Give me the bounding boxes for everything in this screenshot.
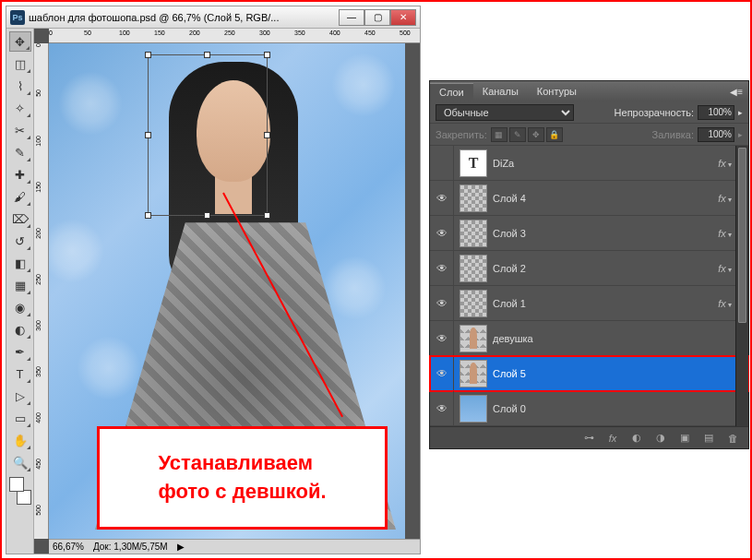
- tab-channels[interactable]: Каналы: [473, 83, 528, 100]
- tab-paths[interactable]: Контуры: [528, 83, 586, 100]
- layer-thumbnail[interactable]: [460, 255, 487, 282]
- layer-thumbnail[interactable]: [460, 290, 487, 317]
- layer-name[interactable]: Слой 2: [493, 263, 526, 274]
- layer-fx-indicator[interactable]: fx: [718, 263, 732, 274]
- layer-name[interactable]: Слой 4: [493, 193, 526, 204]
- tool-type[interactable]: T: [9, 363, 31, 384]
- layer-fx-indicator[interactable]: fx: [718, 298, 732, 309]
- layer-name[interactable]: Слой 5: [493, 368, 526, 379]
- adjustment-layer-icon[interactable]: ◑: [652, 431, 669, 446]
- panel-menu-icon[interactable]: ◀≡: [724, 87, 748, 97]
- layer-fx-indicator[interactable]: fx: [718, 228, 732, 239]
- layer-thumbnail[interactable]: [460, 185, 487, 212]
- layer-name[interactable]: девушка: [493, 333, 533, 344]
- callout-text-line1: Устанавливаем: [158, 451, 313, 474]
- layer-thumbnail[interactable]: T: [460, 149, 487, 177]
- fill-stepper-icon[interactable]: ▸: [738, 130, 743, 139]
- transform-handle-tl[interactable]: [145, 52, 151, 58]
- lock-pixels-icon[interactable]: ✎: [509, 127, 526, 142]
- layer-row[interactable]: Слой 2fx: [430, 251, 748, 286]
- transform-handle-bm[interactable]: [204, 212, 210, 219]
- layer-visibility-toggle[interactable]: [430, 146, 454, 180]
- lock-all-icon[interactable]: 🔒: [546, 127, 563, 142]
- layer-visibility-toggle[interactable]: [430, 181, 454, 215]
- tool-healing[interactable]: ✚: [9, 164, 31, 185]
- layer-fx-icon[interactable]: fx: [604, 431, 621, 446]
- layer-name[interactable]: Слой 0: [493, 403, 526, 414]
- zoom-level[interactable]: 66,67%: [53, 542, 84, 552]
- tool-gradient[interactable]: ▦: [9, 275, 31, 295]
- tool-zoom[interactable]: 🔍: [9, 452, 31, 472]
- layer-visibility-toggle[interactable]: [430, 321, 454, 355]
- blend-mode-select[interactable]: Обычные: [436, 104, 574, 121]
- transform-handle-bl[interactable]: [145, 212, 151, 219]
- layer-row[interactable]: Слой 0: [430, 391, 748, 426]
- tool-eyedropper[interactable]: ✎: [9, 142, 31, 162]
- tool-eraser[interactable]: ◧: [9, 253, 31, 273]
- doc-size-info: Док: 1,30M/5,75M: [93, 542, 168, 552]
- tool-path-select[interactable]: ▷: [9, 386, 31, 406]
- delete-layer-icon[interactable]: 🗑: [724, 431, 741, 446]
- layer-row[interactable]: Слой 5: [430, 356, 748, 391]
- layer-visibility-toggle[interactable]: [430, 251, 454, 285]
- tool-wand[interactable]: ✧: [9, 98, 31, 118]
- layer-row[interactable]: Слой 4fx: [430, 181, 748, 216]
- layer-name[interactable]: Слой 3: [493, 228, 526, 239]
- tool-blur[interactable]: ◉: [9, 297, 31, 317]
- layer-fx-indicator[interactable]: fx: [718, 193, 732, 204]
- transform-handle-mr[interactable]: [264, 132, 270, 138]
- tool-move[interactable]: ✥: [9, 31, 31, 52]
- tool-pen[interactable]: ✒: [9, 341, 31, 362]
- document-title: шаблон для фотошопа.psd @ 66,7% (Слой 5,…: [29, 12, 339, 23]
- layer-name[interactable]: DiZa: [493, 158, 514, 169]
- layer-row[interactable]: TDiZafx: [430, 146, 748, 181]
- layer-row[interactable]: девушка: [430, 321, 748, 356]
- tool-hand[interactable]: ✋: [9, 430, 31, 450]
- transform-handle-br[interactable]: [264, 212, 270, 219]
- link-layers-icon[interactable]: ⊶: [580, 431, 597, 446]
- titlebar[interactable]: Ps шаблон для фотошопа.psd @ 66,7% (Слой…: [6, 6, 420, 29]
- lock-transparency-icon[interactable]: ▦: [491, 127, 507, 142]
- callout-text-line2: фото с девшкой.: [158, 480, 326, 503]
- tool-lasso[interactable]: ⌇: [9, 76, 31, 96]
- layer-fx-indicator[interactable]: fx: [718, 158, 732, 169]
- layer-row[interactable]: Слой 3fx: [430, 216, 748, 251]
- close-button[interactable]: ✕: [390, 9, 416, 26]
- layer-mask-icon[interactable]: ◐: [628, 431, 645, 446]
- layer-visibility-toggle[interactable]: [430, 216, 454, 250]
- layer-thumbnail[interactable]: [460, 325, 487, 352]
- opacity-stepper-icon[interactable]: ▸: [738, 108, 743, 117]
- tool-history-brush[interactable]: ↺: [9, 231, 31, 251]
- tool-marquee[interactable]: ◫: [9, 54, 31, 74]
- layers-scrollbar[interactable]: [735, 146, 748, 426]
- layer-thumbnail[interactable]: [460, 360, 487, 387]
- color-swatches[interactable]: [9, 477, 31, 505]
- canvas[interactable]: Устанавливаем фото с девшкой.: [49, 43, 405, 539]
- transform-handle-tr[interactable]: [264, 52, 270, 58]
- layer-thumbnail[interactable]: [460, 395, 487, 423]
- maximize-button[interactable]: ▢: [364, 9, 390, 26]
- lock-position-icon[interactable]: ✥: [528, 127, 544, 142]
- opacity-input[interactable]: [698, 105, 734, 120]
- transform-handle-ml[interactable]: [145, 132, 151, 138]
- transform-handle-tm[interactable]: [204, 52, 210, 58]
- layer-visibility-toggle[interactable]: [430, 286, 454, 320]
- layer-group-icon[interactable]: ▣: [676, 431, 693, 446]
- layer-thumbnail[interactable]: [460, 220, 487, 247]
- opacity-label: Непрозрачность:: [615, 107, 694, 118]
- fill-input[interactable]: [698, 127, 734, 142]
- tool-dodge[interactable]: ◐: [9, 319, 31, 340]
- new-layer-icon[interactable]: ▤: [700, 431, 717, 446]
- layer-visibility-toggle[interactable]: [430, 356, 454, 390]
- minimize-button[interactable]: —: [339, 9, 364, 26]
- layer-name[interactable]: Слой 1: [493, 298, 526, 309]
- tool-brush[interactable]: 🖌: [9, 186, 31, 207]
- tool-crop[interactable]: ✂: [9, 120, 31, 140]
- layer-row[interactable]: Слой 1fx: [430, 286, 748, 321]
- tab-layers[interactable]: Слои: [430, 83, 473, 101]
- free-transform-bounds[interactable]: [148, 54, 268, 216]
- statusbar-arrow-icon[interactable]: ▶: [177, 542, 185, 552]
- tool-shape[interactable]: ▭: [9, 408, 31, 428]
- layer-visibility-toggle[interactable]: [430, 391, 454, 425]
- tool-stamp[interactable]: ⌦: [9, 209, 31, 229]
